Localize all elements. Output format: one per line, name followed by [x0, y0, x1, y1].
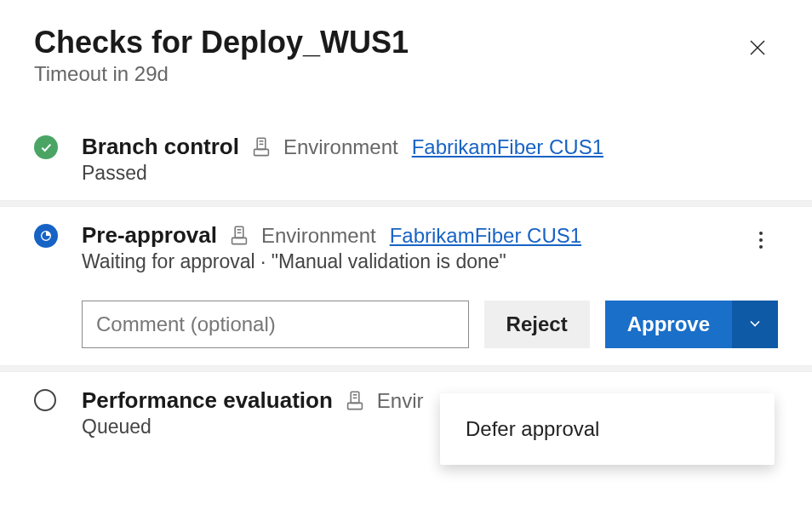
- svg-rect-5: [254, 149, 269, 155]
- check-body: Pre-approval Environment FabrikamFiber C…: [82, 222, 744, 273]
- environment-link[interactable]: FabrikamFiber CUS1: [412, 135, 603, 159]
- close-button[interactable]: [737, 31, 778, 69]
- svg-rect-10: [232, 238, 247, 243]
- check-status: Waiting for approval · "Manual validatio…: [82, 250, 744, 273]
- server-icon: [253, 137, 270, 158]
- comment-input[interactable]: [82, 301, 469, 348]
- svg-point-12: [759, 238, 763, 242]
- more-col: [744, 222, 778, 256]
- section-divider: [0, 365, 812, 372]
- more-options-button[interactable]: [755, 227, 767, 256]
- approve-split-button: Approve: [605, 301, 778, 348]
- status-col: [34, 387, 82, 411]
- reject-button[interactable]: Reject: [484, 301, 590, 348]
- approve-button[interactable]: Approve: [605, 301, 732, 348]
- server-icon: [231, 226, 248, 246]
- check-title: Branch control: [82, 134, 239, 160]
- check-title-line: Pre-approval Environment FabrikamFiber C…: [82, 222, 744, 249]
- header-text: Checks for Deploy_WUS1 Timeout in 29d: [34, 24, 409, 86]
- chevron-down-icon: [746, 315, 763, 335]
- check-branch-control: Branch control Environment FabrikamFiber…: [0, 100, 812, 200]
- svg-point-11: [759, 232, 763, 235]
- status-waiting-icon: [34, 224, 58, 248]
- check-title-line: Performance evaluation Envir: [82, 387, 439, 414]
- server-icon: [346, 391, 363, 411]
- defer-approval-item[interactable]: Defer approval: [440, 409, 775, 450]
- approve-dropdown-toggle[interactable]: [732, 301, 778, 348]
- environment-label: Environment: [283, 135, 398, 159]
- svg-point-13: [759, 245, 763, 249]
- check-title-line: Branch control Environment FabrikamFiber…: [82, 134, 778, 160]
- more-vertical-icon: [758, 232, 763, 254]
- approve-dropdown-menu: Defer approval: [440, 393, 775, 465]
- close-icon: [747, 37, 768, 63]
- timeout-subtitle: Timeout in 29d: [34, 62, 409, 86]
- approval-actions: Reject Approve: [0, 289, 812, 365]
- svg-rect-17: [347, 403, 362, 409]
- status-col: [34, 222, 82, 248]
- status-queued-icon: [34, 389, 56, 411]
- page-title: Checks for Deploy_WUS1: [34, 24, 409, 60]
- environment-link[interactable]: FabrikamFiber CUS1: [390, 224, 581, 248]
- check-status: Passed: [82, 162, 778, 185]
- check-title: Pre-approval: [82, 222, 217, 249]
- check-body: Branch control Environment FabrikamFiber…: [82, 134, 778, 185]
- status-col: [34, 134, 82, 159]
- status-success-icon: [34, 135, 58, 159]
- environment-label: Envir: [377, 389, 424, 413]
- check-title: Performance evaluation: [82, 387, 333, 414]
- section-divider: [0, 200, 812, 207]
- check-pre-approval: Pre-approval Environment FabrikamFiber C…: [0, 207, 812, 289]
- panel-header: Checks for Deploy_WUS1 Timeout in 29d: [0, 0, 812, 100]
- environment-label: Environment: [261, 224, 376, 248]
